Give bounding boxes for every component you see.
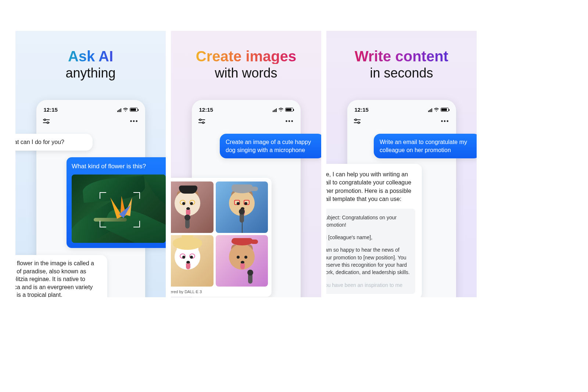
battery-icon bbox=[285, 108, 293, 112]
svg-point-6 bbox=[199, 119, 201, 121]
svg-point-11 bbox=[358, 122, 359, 123]
app-topbar: ••• bbox=[42, 113, 140, 127]
generated-image[interactable] bbox=[171, 181, 214, 233]
ai-response: Sure, I can help you with writing an ema… bbox=[326, 164, 422, 297]
status-time: 12:15 bbox=[44, 107, 58, 113]
ai-response-text: The flower in the image is called a bird… bbox=[15, 260, 94, 297]
heading-line2: with words bbox=[178, 65, 314, 81]
user-message: What kind of flower is this? bbox=[67, 157, 166, 248]
user-message: Create an image of a cute happy dog sing… bbox=[220, 134, 321, 158]
more-options-icon[interactable]: ••• bbox=[441, 118, 449, 125]
status-time: 12:15 bbox=[199, 107, 213, 113]
status-bar: 12:15 bbox=[352, 107, 451, 113]
heading-line2: anything bbox=[23, 65, 158, 81]
ai-intro-text: Sure, I can help you with writing an ema… bbox=[326, 170, 415, 204]
email-template: Subject: Congratulations on your promoti… bbox=[326, 209, 415, 294]
wifi-icon bbox=[123, 108, 128, 112]
generated-image[interactable] bbox=[216, 181, 268, 233]
generated-image[interactable] bbox=[171, 235, 214, 287]
email-greeting: Hi [colleague's name], bbox=[326, 234, 410, 241]
attached-image bbox=[72, 175, 166, 243]
image-grid bbox=[171, 181, 268, 287]
battery-icon bbox=[130, 108, 138, 112]
more-options-icon[interactable]: ••• bbox=[286, 118, 294, 125]
user-message-text: Write an email to congratulate my collea… bbox=[380, 139, 467, 153]
app-topbar: ••• bbox=[197, 113, 295, 127]
panel-write-content: Write content in seconds 12:15 ••• Write… bbox=[326, 31, 477, 297]
svg-point-2 bbox=[44, 119, 45, 121]
status-bar: 12:15 bbox=[197, 107, 295, 113]
panel-create-images: Create images with words 12:15 ••• Creat… bbox=[171, 31, 321, 297]
heading: Write content in seconds bbox=[326, 31, 477, 81]
status-time: 12:15 bbox=[355, 107, 369, 113]
more-options-icon[interactable]: ••• bbox=[130, 118, 139, 125]
heading-line1: Create images bbox=[196, 48, 296, 64]
ai-message: What can I do for you? bbox=[15, 134, 93, 151]
battery-icon bbox=[441, 108, 449, 112]
heading-line1: Write content bbox=[355, 48, 448, 64]
ai-message-text: What can I do for you? bbox=[15, 139, 64, 145]
user-message-text: Create an image of a cute happy dog sing… bbox=[226, 139, 311, 153]
powered-by-label: Powered by DALL·E 3 bbox=[171, 287, 268, 295]
signal-icon bbox=[273, 108, 277, 112]
status-icons bbox=[273, 108, 293, 112]
heading-line2: in seconds bbox=[334, 65, 469, 81]
app-topbar: ••• bbox=[352, 113, 451, 127]
heading: Create images with words bbox=[171, 31, 321, 81]
status-icons bbox=[117, 108, 138, 112]
svg-point-10 bbox=[355, 119, 356, 121]
signal-icon bbox=[117, 108, 121, 112]
settings-slider-icon[interactable] bbox=[198, 119, 205, 124]
settings-slider-icon[interactable] bbox=[354, 119, 361, 124]
generated-images-card: Powered by DALL·E 3 bbox=[171, 178, 272, 297]
email-subject: Subject: Congratulations on your promoti… bbox=[326, 214, 410, 229]
panel-ask-ai: Ask AI anything 12:15 ••• What can I do … bbox=[15, 31, 166, 297]
wifi-icon bbox=[434, 108, 439, 112]
status-bar: 12:15 bbox=[42, 107, 140, 113]
focus-frame-icon bbox=[100, 192, 140, 227]
heading-line1: Ask AI bbox=[68, 48, 113, 64]
settings-slider-icon[interactable] bbox=[43, 119, 50, 124]
signal-icon bbox=[428, 108, 432, 112]
svg-point-7 bbox=[202, 122, 204, 123]
generated-image[interactable] bbox=[216, 235, 268, 287]
svg-point-3 bbox=[47, 122, 48, 123]
status-icons bbox=[428, 108, 449, 112]
ai-response: The flower in the image is called a bird… bbox=[15, 255, 107, 297]
email-body-faded: You have been an inspiration to me bbox=[326, 281, 410, 289]
wifi-icon bbox=[278, 108, 284, 112]
user-message-text: What kind of flower is this? bbox=[72, 162, 166, 171]
heading: Ask AI anything bbox=[15, 31, 166, 81]
user-message: Write an email to congratulate my collea… bbox=[374, 134, 477, 158]
email-body: I am so happy to hear the news of your p… bbox=[326, 246, 410, 276]
